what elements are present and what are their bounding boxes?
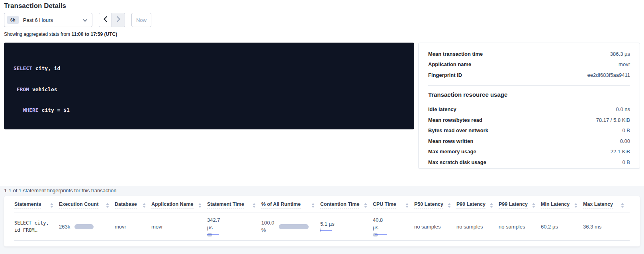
time-nav-group: [99, 13, 125, 27]
resource-row-max-memory-usage: Max memory usage 22.1 KiB: [428, 147, 630, 157]
pct-runtime-bar: [279, 224, 309, 229]
cell-contention-time: 5.1 µs: [320, 213, 373, 241]
resource-row-max-scratch-disk-usage: Max scratch disk usage 0 B: [428, 157, 630, 168]
sql-keyword: WHERE: [23, 107, 38, 113]
chevron-left-icon: [104, 16, 107, 23]
col-header-p50-latency[interactable]: P50 Latency: [414, 196, 456, 213]
resource-row-mean-rows-written: Mean rows written 0.00: [428, 136, 630, 147]
statement-row: SELECT city, id FROM… 263k movr movr 342…: [14, 213, 630, 241]
cell-application-name: movr: [151, 213, 207, 241]
col-header-application-name[interactable]: Application Name: [151, 196, 207, 213]
col-header-statement-time[interactable]: Statement Time: [207, 196, 261, 213]
statement-time-bar-chart: [207, 233, 225, 237]
resource-row-mean-rows-bytes-read: Mean rows/bytes read 78.17 / 5.8 KiB: [428, 115, 630, 125]
cell-p99-latency: no samples: [499, 213, 541, 241]
cell-statement-time: 342.7 µs: [207, 213, 261, 241]
resource-row-idle-latency: Idle latency 0.0 ns: [428, 104, 630, 115]
contention-time-bar-chart: [320, 229, 334, 232]
time-range-label: Past 6 Hours: [23, 17, 83, 23]
sql-line: SELECT city, id: [14, 65, 405, 72]
cpu-time-bar-chart: [373, 233, 391, 237]
time-range-badge: 6h: [7, 16, 19, 24]
cell-database: movr: [115, 213, 151, 241]
col-header-execution-count[interactable]: Execution Count: [59, 196, 115, 213]
col-header-min-latency[interactable]: Min Latency: [541, 196, 583, 213]
sql-keyword: SELECT: [14, 65, 32, 71]
col-header-max-latency[interactable]: Max Latency: [583, 196, 630, 213]
sort-icon[interactable]: [573, 203, 577, 208]
col-header-p90-latency[interactable]: P90 Latency: [456, 196, 499, 213]
col-header-p99-latency[interactable]: P99 Latency: [499, 196, 541, 213]
now-button[interactable]: Now: [131, 13, 151, 27]
resource-usage-title: Transaction resource usage: [428, 91, 630, 98]
chevron-down-icon: [83, 16, 87, 23]
statement-link[interactable]: SELECT city, id FROM…: [14, 219, 53, 234]
caption-prefix: Showing aggregated stats from: [4, 31, 71, 37]
table-header-row: Statements Execution Count Database Appl…: [14, 196, 630, 213]
summary-divider: [428, 85, 630, 86]
sql-keyword: FROM: [17, 86, 29, 92]
transaction-summary-panel: Mean transaction time 386.3 µs Applicati…: [418, 43, 640, 169]
sort-icon[interactable]: [310, 203, 315, 208]
resource-row-bytes-read-over-network: Bytes read over network 0 B: [428, 125, 630, 136]
sort-icon[interactable]: [362, 203, 367, 208]
sql-line: WHERE city = $1: [14, 107, 405, 114]
cell-max-latency: 36.3 ms: [583, 213, 630, 241]
cell-cpu-time: 40.8 µs: [373, 213, 414, 241]
summary-row-fingerprint-id: Fingerprint ID ee2df683f5aa9411: [428, 70, 630, 80]
previous-interval-button[interactable]: [99, 13, 112, 27]
sort-icon[interactable]: [530, 203, 535, 208]
aggregated-stats-caption: Showing aggregated stats from 11:00 to 1…: [4, 31, 117, 37]
summary-row-mean-transaction-time: Mean transaction time 386.3 µs: [428, 49, 630, 59]
cell-p50-latency: no samples: [414, 213, 456, 241]
statements-table-card: Statements Execution Count Database Appl…: [4, 196, 640, 246]
col-header-statements[interactable]: Statements: [14, 196, 59, 213]
sql-statement-box: SELECT city, id FROM vehicles WHERE city…: [4, 43, 414, 129]
page-title: Transaction Details: [4, 2, 66, 10]
cell-statement: SELECT city, id FROM…: [14, 213, 59, 241]
statements-table: Statements Execution Count Database Appl…: [14, 196, 630, 241]
col-header-database[interactable]: Database: [115, 196, 151, 213]
col-header-pct-of-all-runtime[interactable]: % of All Runtime: [261, 196, 320, 213]
cell-execution-count: 263k: [59, 213, 115, 241]
time-picker-row: 6h Past 6 Hours Now: [4, 13, 151, 27]
col-header-cpu-time[interactable]: CPU Time: [373, 196, 414, 213]
sql-line: FROM vehicles: [14, 86, 405, 93]
execution-count-bar: [74, 224, 94, 229]
cell-min-latency: 60.2 µs: [541, 213, 583, 241]
sort-icon[interactable]: [197, 203, 202, 208]
cell-pct-of-all-runtime: 100.0 %: [261, 213, 320, 241]
sort-icon[interactable]: [446, 203, 451, 208]
sort-icon[interactable]: [251, 203, 256, 208]
sort-icon[interactable]: [49, 203, 53, 208]
sort-icon[interactable]: [404, 203, 409, 208]
sort-icon[interactable]: [488, 203, 493, 208]
fingerprints-count-caption: 1-1 of 1 statement fingerprints for this…: [4, 188, 117, 193]
sort-icon[interactable]: [141, 203, 146, 208]
caption-range: 11:00 to 17:59 (UTC): [71, 31, 117, 37]
sort-icon[interactable]: [619, 203, 624, 208]
cell-p90-latency: no samples: [456, 213, 499, 241]
col-header-contention-time[interactable]: Contention Time: [320, 196, 373, 213]
sort-icon[interactable]: [104, 203, 109, 208]
next-interval-button[interactable]: [112, 13, 125, 27]
chevron-right-icon: [117, 16, 120, 23]
summary-row-application-name: Application name movr: [428, 59, 630, 70]
time-range-dropdown[interactable]: 6h Past 6 Hours: [4, 13, 92, 27]
